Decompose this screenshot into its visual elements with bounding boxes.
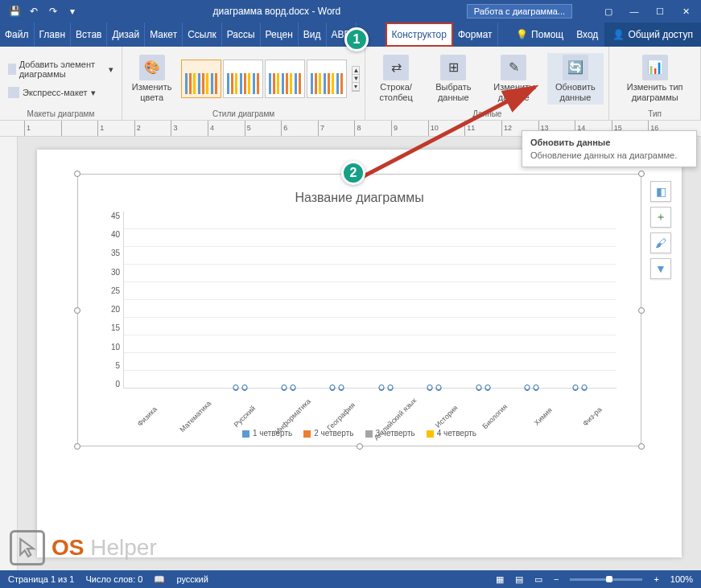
tab-view[interactable]: Вид bbox=[299, 23, 327, 47]
handle-bot-right[interactable] bbox=[638, 443, 645, 450]
person-icon: 👤 bbox=[612, 29, 625, 40]
ribbon-group-styles: 🎨Изменить цвета ▲ ▼ ▾ Стили диаграмм bbox=[122, 47, 366, 120]
minimize-icon[interactable]: — bbox=[622, 3, 646, 19]
chart-elements-button[interactable]: ＋ bbox=[650, 207, 671, 228]
handle-top-right[interactable] bbox=[638, 171, 645, 177]
maximize-icon[interactable]: ☐ bbox=[648, 3, 672, 19]
select-data-icon: ⊞ bbox=[440, 55, 466, 80]
watermark: OS Helper bbox=[10, 530, 157, 565]
zoom-slider[interactable] bbox=[570, 578, 642, 581]
chart-style-2[interactable] bbox=[223, 60, 263, 98]
tab-file[interactable]: Файл bbox=[0, 23, 35, 47]
print-layout-icon[interactable]: ▤ bbox=[515, 574, 523, 585]
gallery-down-icon[interactable]: ▼ bbox=[353, 75, 359, 83]
callout-1: 1 bbox=[344, 27, 369, 51]
cursor-icon bbox=[10, 530, 45, 565]
callout-2: 2 bbox=[341, 161, 365, 185]
tab-references[interactable]: Ссылк bbox=[183, 23, 222, 47]
add-chart-element-button[interactable]: Добавить элемент диаграммы ▾ bbox=[5, 58, 117, 80]
ribbon: Добавить элемент диаграммы ▾ Экспресс-ма… bbox=[0, 47, 701, 121]
handle-top-left[interactable] bbox=[74, 171, 80, 177]
ribbon-group-data: ⇄Строка/столбец ⊞Выбрать данные ✎Изменит… bbox=[365, 47, 609, 120]
document-title: диаграмма ворд.docx - Word bbox=[87, 6, 467, 17]
spell-check-icon[interactable]: 📖 bbox=[154, 574, 165, 585]
status-bar: Страница 1 из 1 Число слов: 0 📖 русский … bbox=[0, 570, 701, 588]
quick-layout-button[interactable]: Экспресс-макет ▾ bbox=[5, 85, 99, 100]
tell-me[interactable]: 💡Помощ bbox=[509, 23, 570, 47]
document-workspace: Название диаграммы 051015202530354045 Фи… bbox=[0, 137, 701, 570]
layout-options-button[interactable]: ◧ bbox=[650, 181, 671, 202]
chart-x-axis[interactable]: ФизикаМатематикаРусскийИнформатикаГеогра… bbox=[123, 389, 616, 424]
tab-chart-design[interactable]: Конструктор bbox=[386, 23, 453, 47]
tooltip-body: Обновление данных на диаграмме. bbox=[530, 150, 688, 160]
zoom-out-button[interactable]: − bbox=[554, 574, 559, 584]
handle-mid-right[interactable] bbox=[638, 307, 645, 314]
chart-type-icon: 📊 bbox=[642, 55, 668, 80]
page-indicator[interactable]: Страница 1 из 1 bbox=[8, 574, 74, 584]
chart-style-1[interactable] bbox=[181, 60, 221, 98]
lightbulb-icon: 💡 bbox=[516, 29, 528, 40]
quick-layout-icon bbox=[8, 87, 19, 98]
window-controls: ▢ — ☐ ✕ bbox=[596, 3, 701, 19]
vertical-ruler[interactable] bbox=[0, 137, 18, 570]
tab-mailings[interactable]: Рассы bbox=[222, 23, 261, 47]
zoom-value[interactable]: 100% bbox=[670, 574, 693, 584]
document-page: Название диаграммы 051015202530354045 Фи… bbox=[37, 150, 682, 557]
handle-bot-left[interactable] bbox=[74, 443, 80, 450]
tab-home[interactable]: Главн bbox=[35, 23, 72, 47]
read-mode-icon[interactable]: ▦ bbox=[496, 574, 504, 585]
gallery-up-icon[interactable]: ▲ bbox=[353, 67, 359, 75]
select-data-button[interactable]: ⊞Выбрать данные bbox=[427, 53, 480, 105]
ribbon-group-type: 📊Изменить тип диаграммы Тип bbox=[609, 47, 701, 120]
gallery-scroll: ▲ ▼ ▾ bbox=[352, 66, 360, 92]
sign-in[interactable]: Вход bbox=[570, 23, 604, 47]
tab-design[interactable]: Дизай bbox=[107, 23, 145, 47]
language-indicator[interactable]: русский bbox=[176, 574, 208, 584]
style-gallery bbox=[181, 60, 347, 98]
chart-bars[interactable] bbox=[123, 212, 616, 389]
tab-layout[interactable]: Макет bbox=[145, 23, 183, 47]
edit-data-button[interactable]: ✎Изменить данные bbox=[485, 53, 542, 105]
edit-data-icon: ✎ bbox=[501, 55, 526, 80]
tab-insert[interactable]: Встав bbox=[71, 23, 107, 47]
word-count[interactable]: Число слов: 0 bbox=[85, 574, 142, 584]
change-chart-type-button[interactable]: 📊Изменить тип диаграммы bbox=[614, 53, 695, 105]
refresh-data-button[interactable]: 🔄Обновить данные bbox=[547, 53, 604, 105]
chart-plot-area[interactable]: 051015202530354045 bbox=[102, 212, 616, 389]
web-layout-icon[interactable]: ▭ bbox=[534, 574, 542, 585]
close-icon[interactable]: ✕ bbox=[674, 3, 698, 19]
tooltip-refresh-data: Обновить данные Обновление данных на диа… bbox=[522, 130, 697, 167]
tab-review[interactable]: Рецен bbox=[261, 23, 299, 47]
gallery-more-icon[interactable]: ▾ bbox=[353, 83, 359, 91]
redo-icon[interactable]: ↷ bbox=[45, 3, 61, 19]
tooltip-title: Обновить данные bbox=[530, 138, 688, 147]
change-colors-button[interactable]: 🎨Изменить цвета bbox=[127, 53, 177, 105]
chart-object[interactable]: Название диаграммы 051015202530354045 Фи… bbox=[77, 174, 641, 446]
zoom-in-button[interactable]: + bbox=[654, 574, 658, 584]
refresh-icon: 🔄 bbox=[563, 55, 588, 80]
chart-filters-button[interactable]: ▼ bbox=[650, 258, 671, 279]
quick-access-toolbar: 💾 ↶ ↷ ▾ bbox=[0, 3, 87, 19]
chart-tools-context-tab[interactable]: Работа с диаграмма... bbox=[467, 4, 572, 19]
chart-style-3[interactable] bbox=[265, 60, 305, 98]
chart-y-axis[interactable]: 051015202530354045 bbox=[102, 212, 123, 389]
chart-style-4[interactable] bbox=[307, 60, 347, 98]
tab-chart-format[interactable]: Формат bbox=[453, 23, 498, 47]
chart-title[interactable]: Название диаграммы bbox=[102, 191, 616, 205]
save-icon[interactable]: 💾 bbox=[6, 3, 23, 19]
title-bar: 💾 ↶ ↷ ▾ диаграмма ворд.docx - Word Работ… bbox=[0, 0, 701, 23]
handle-mid-left[interactable] bbox=[74, 307, 80, 314]
qat-dropdown-icon[interactable]: ▾ bbox=[64, 3, 80, 19]
colors-icon: 🎨 bbox=[139, 55, 165, 80]
undo-icon[interactable]: ↶ bbox=[26, 3, 42, 19]
add-element-icon bbox=[8, 64, 16, 75]
share-button[interactable]: 👤Общий доступ bbox=[604, 23, 701, 47]
switch-icon: ⇄ bbox=[383, 55, 409, 80]
chart-side-tools: ◧ ＋ 🖌 ▼ bbox=[650, 181, 671, 279]
switch-row-col-button[interactable]: ⇄Строка/столбец bbox=[370, 53, 421, 105]
chart-styles-button[interactable]: 🖌 bbox=[650, 232, 671, 253]
ribbon-group-layouts: Добавить элемент диаграммы ▾ Экспресс-ма… bbox=[0, 47, 122, 120]
watermark-text: OS Helper bbox=[52, 535, 157, 561]
ribbon-options-icon[interactable]: ▢ bbox=[596, 3, 621, 19]
